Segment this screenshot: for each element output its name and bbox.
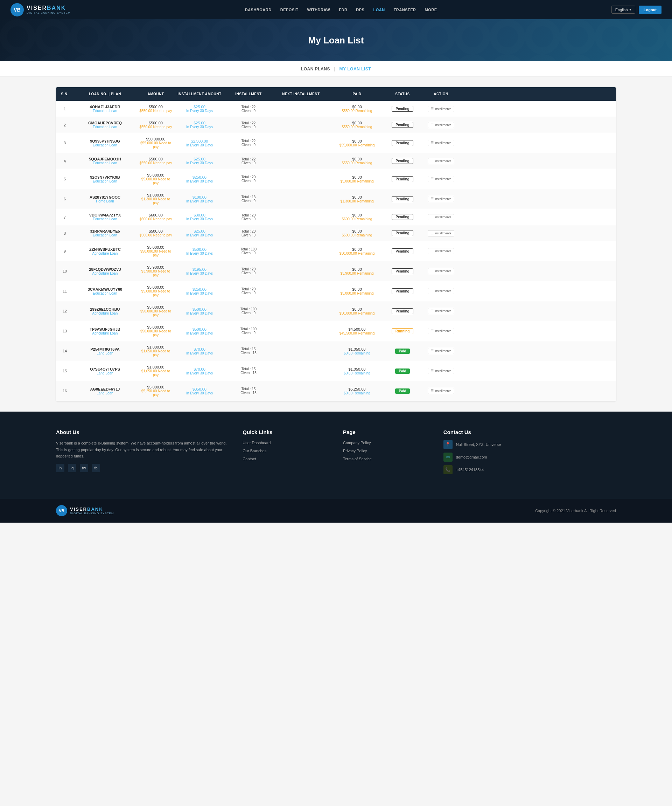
cell-loan-plan: AG0EEEDF6Y1J Land Loan bbox=[74, 386, 137, 396]
link-privacy-policy[interactable]: Privacy Policy bbox=[343, 449, 367, 453]
cell-loan-plan: 5QQAJFEMQO1H Education Loan bbox=[74, 156, 137, 166]
cell-action: ☰ installments bbox=[420, 105, 462, 113]
list-icon: ☰ bbox=[431, 141, 434, 145]
link-user-dashboard[interactable]: User Dashboard bbox=[242, 441, 270, 445]
installments-button[interactable]: ☰ installments bbox=[428, 248, 455, 254]
link-our-branches[interactable]: Our Branches bbox=[242, 449, 266, 453]
table-row: 14 P254MT8GT6VA Land Loan $1,000.00 $1,0… bbox=[56, 341, 616, 361]
cell-next-installment bbox=[273, 124, 329, 126]
install-freq: In Every 30 Days bbox=[177, 371, 222, 375]
loan-id: 299Z6E1CQHBU bbox=[76, 307, 134, 311]
cell-paid: $0.00 $50,000.00 Remaining bbox=[329, 306, 385, 316]
loan-id: GMOAUEPCVREQ bbox=[76, 121, 134, 125]
cell-amount: $5,000.00 $5,250.00 Need to pay bbox=[137, 384, 175, 398]
cell-next-installment bbox=[273, 250, 329, 252]
nav-dashboard[interactable]: DASHBOARD bbox=[242, 6, 275, 14]
paid-amount: $5,250.00 bbox=[331, 387, 383, 391]
cell-next-installment bbox=[273, 178, 329, 180]
nav-dps[interactable]: DPS bbox=[352, 6, 368, 14]
install-freq: In Every 30 Days bbox=[177, 391, 222, 395]
installments-button[interactable]: ☰ installments bbox=[428, 348, 455, 354]
cell-install-amount: $195.00 In Every 30 Days bbox=[175, 266, 224, 276]
linkedin-icon[interactable]: in bbox=[56, 464, 64, 472]
link-company-policy[interactable]: Company Policy bbox=[343, 441, 371, 445]
installments-button[interactable]: ☰ installments bbox=[428, 158, 455, 164]
installments-button[interactable]: ☰ installments bbox=[428, 140, 455, 146]
installments-button[interactable]: ☰ installments bbox=[428, 106, 455, 112]
loan-id: 92Q9N7VRYK9B bbox=[76, 175, 134, 179]
installments-button[interactable]: ☰ installments bbox=[428, 268, 455, 274]
install-given: Given : 9 bbox=[226, 331, 271, 335]
amount-need: $550.00 Need to pay bbox=[138, 161, 173, 165]
cell-installment: Total : 15 Given : 15 bbox=[224, 346, 273, 356]
install-given: Given : 0 bbox=[226, 125, 271, 129]
phone-icon: 📞 bbox=[443, 465, 453, 474]
copyright-text: Copyright © 2021 Viserbank All Right Res… bbox=[535, 509, 616, 513]
install-given: Given : 0 bbox=[226, 311, 271, 315]
link-contact[interactable]: Contact bbox=[242, 457, 256, 461]
cell-installment: Total : 22 Given : 0 bbox=[224, 104, 273, 114]
list-icon: ☰ bbox=[431, 107, 434, 111]
installments-button[interactable]: ☰ installments bbox=[428, 196, 455, 202]
nav-loan[interactable]: LOAN bbox=[370, 6, 388, 14]
cell-next-installment bbox=[273, 310, 329, 312]
status-badge: Pending bbox=[392, 158, 413, 164]
amount-main: $5,000.00 bbox=[138, 245, 173, 249]
install-freq: In Every 30 Days bbox=[177, 251, 222, 255]
language-selector[interactable]: English ▾ bbox=[611, 6, 635, 14]
installments-button[interactable]: ☰ installments bbox=[428, 230, 455, 236]
twitter-icon[interactable]: tw bbox=[80, 464, 88, 472]
nav-transfer[interactable]: TRANSFER bbox=[390, 6, 420, 14]
nav-deposit[interactable]: DEPOSIT bbox=[277, 6, 302, 14]
breadcrumb-loan-plans[interactable]: LOAN PLANS bbox=[301, 66, 330, 71]
paid-remaining: $0.00 Remaining bbox=[331, 391, 383, 395]
footer-logo-sub: DIGITAL BANKING SYSTEM bbox=[70, 512, 114, 515]
paid-remaining: $50,000.00 Remaining bbox=[331, 311, 383, 315]
list-icon: ☰ bbox=[431, 289, 434, 293]
cell-status: Pending bbox=[385, 229, 420, 237]
installments-button[interactable]: ☰ installments bbox=[428, 288, 455, 294]
col-paid: PAID bbox=[329, 91, 385, 97]
col-install-amount: INSTALLMENT AMOUNT bbox=[175, 91, 224, 97]
link-terms-of-service[interactable]: Terms of Service bbox=[343, 457, 372, 461]
status-badge: Pending bbox=[392, 288, 413, 294]
installments-button[interactable]: ☰ installments bbox=[428, 388, 455, 394]
installments-button[interactable]: ☰ installments bbox=[428, 214, 455, 220]
installments-button[interactable]: ☰ installments bbox=[428, 308, 455, 314]
instagram-icon[interactable]: ig bbox=[68, 464, 76, 472]
cell-paid: $0.00 $550.00 Remaining bbox=[329, 156, 385, 166]
amount-need: $5,000.00 Need to pay bbox=[138, 177, 173, 185]
cell-installment: Total : 22 Given : 0 bbox=[224, 156, 273, 166]
install-total: Total : 22 bbox=[226, 121, 271, 125]
nav-withdraw[interactable]: WITHDRAW bbox=[304, 6, 334, 14]
nav-fdr[interactable]: FDR bbox=[335, 6, 351, 14]
install-amt: $500.00 bbox=[177, 327, 222, 331]
facebook-icon[interactable]: fb bbox=[92, 464, 100, 472]
install-freq: In Every 30 Days bbox=[177, 331, 222, 335]
cell-action: ☰ installments bbox=[420, 367, 462, 375]
installments-button[interactable]: ☰ installments bbox=[428, 328, 455, 334]
install-freq: In Every 30 Days bbox=[177, 109, 222, 113]
nav-more[interactable]: MORE bbox=[422, 6, 441, 14]
cell-action: ☰ installments bbox=[420, 121, 462, 129]
amount-main: $500.00 bbox=[138, 105, 173, 109]
amount-need: $50,000.00 Need to pay bbox=[138, 329, 173, 337]
loan-plan: Education Loan bbox=[76, 161, 134, 165]
logo-main: VISERBANK bbox=[26, 5, 71, 11]
installments-button[interactable]: ☰ installments bbox=[428, 176, 455, 182]
amount-need: $500.00 Need to pay bbox=[138, 233, 173, 237]
installments-button[interactable]: ☰ installments bbox=[428, 368, 455, 374]
cell-amount: $1,000.00 $1,050.00 Need to pay bbox=[137, 364, 175, 378]
install-total: Total : 20 bbox=[226, 267, 271, 271]
install-given: Given : 15 bbox=[226, 391, 271, 395]
amount-need: $50,000.00 Need to pay bbox=[138, 249, 173, 257]
install-given: Given : 0 bbox=[226, 199, 271, 203]
paid-remaining: $3,900.00 Remaining bbox=[331, 271, 383, 275]
breadcrumb-my-loan-list[interactable]: MY LOAN LIST bbox=[339, 66, 371, 71]
table-row: 8 31RPARA4BYE5 Education Loan $500.00 $5… bbox=[56, 225, 616, 241]
cell-next-installment bbox=[273, 330, 329, 332]
cell-paid: $5,250.00 $0.00 Remaining bbox=[329, 386, 385, 396]
installments-button[interactable]: ☰ installments bbox=[428, 122, 455, 128]
table-row: 1 4OHAZ1J3AEDR Education Loan $500.00 $5… bbox=[56, 101, 616, 117]
logout-button[interactable]: Logout bbox=[639, 6, 662, 14]
